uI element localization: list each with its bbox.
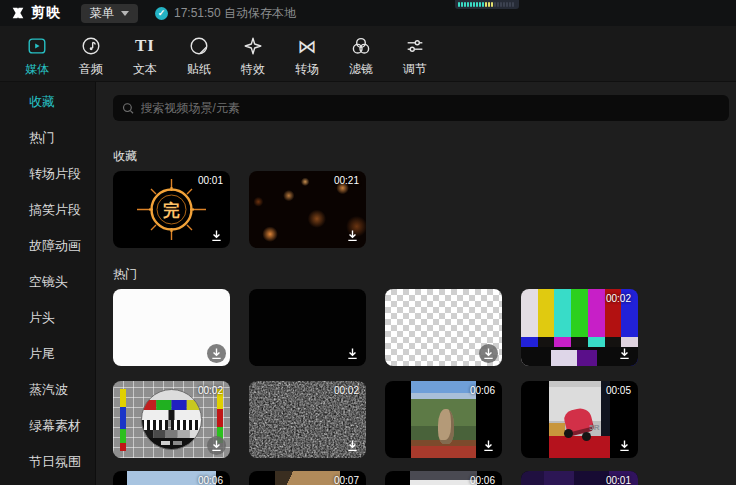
duration-badge: 00:02 [606,293,631,304]
text-icon: TI [135,34,155,58]
meter-bar [473,2,475,7]
tab-media[interactable]: 媒体 [10,26,64,81]
meter-bar [467,2,469,7]
audio-icon [80,34,102,58]
video-thumbnail-bokeh[interactable]: 00:21 [249,171,366,248]
sidebar-item-vaporwave[interactable]: 蒸汽波 [0,372,95,408]
meter-bar [500,2,502,7]
sidebar-item-transition-clips[interactable]: 转场片段 [0,156,95,192]
duration-badge: 00:01 [606,475,631,485]
marmot-figure [438,409,454,444]
tab-audio-label: 音频 [79,61,103,78]
app-title: 剪映 [31,4,61,22]
sidebar-item-festival[interactable]: 节日氛围 [0,444,95,480]
meter-bar [470,2,472,7]
tab-effects-label: 特效 [241,61,265,78]
sidebar-item-empty-shots[interactable]: 空镜头 [0,264,95,300]
app-logo: 剪映 [0,4,61,22]
tab-media-label: 媒体 [25,61,49,78]
adjust-sliders-icon [404,34,426,58]
video-thumbnail-end-sign[interactable]: 完 00:01 [113,171,230,248]
tab-effects[interactable]: 特效 [226,26,280,81]
tab-text-label: 文本 [133,61,157,78]
sidebar-item-funny-clips[interactable]: 搞笑片段 [0,192,95,228]
car-scene-tan-block [549,423,565,437]
download-icon[interactable] [207,436,226,455]
hot-grid-row-3: 00:06 00:07 00:06 00:01 [113,471,638,485]
download-icon[interactable] [207,344,226,363]
meter-bar [479,2,481,7]
meter-bar [506,2,508,7]
tab-sticker[interactable]: 贴纸 [172,26,226,81]
video-thumbnail-toy-car[interactable]: 5R 00:05 [521,381,638,458]
duration-badge: 00:01 [198,175,223,186]
duration-badge: 00:06 [470,475,495,485]
menu-button[interactable]: 菜单 [81,4,138,23]
effects-star-icon [242,34,264,58]
audio-level-meter [455,0,519,9]
color-bars-purple-block [577,350,597,366]
tab-transition[interactable]: ⋈ 转场 [280,26,334,81]
filter-circles-icon [350,34,372,58]
tab-filter[interactable]: 滤镜 [334,26,388,81]
meter-bar [482,2,484,7]
video-thumbnail-white[interactable] [113,289,230,366]
video-thumbnail-color-bars[interactable]: 00:02 [521,289,638,366]
sidebar-item-glitch-animation[interactable]: 故障动画 [0,228,95,264]
download-icon[interactable] [617,346,632,361]
video-thumbnail-marmot[interactable]: 00:06 [385,381,502,458]
video-thumbnail-transparent[interactable] [385,289,502,366]
download-icon[interactable] [209,228,224,243]
sticker-icon [188,34,210,58]
search-icon [122,102,135,115]
search-box[interactable] [113,95,729,121]
duration-badge: 00:07 [334,475,359,485]
tab-text[interactable]: TI 文本 [118,26,172,81]
sidebar-item-outro[interactable]: 片尾 [0,336,95,372]
top-bar: 剪映 菜单 ✓ 17:51:50 自动保存本地 [0,0,736,26]
color-bars-white-block [551,350,577,366]
sidebar-item-green-screen[interactable]: 绿幕素材 [0,408,95,444]
meter-bar [476,2,478,7]
svg-text:完: 完 [163,200,180,220]
duration-badge: 00:06 [470,385,495,396]
meter-bar [491,2,493,7]
video-thumbnail-sky[interactable]: 00:06 [113,471,230,485]
download-icon[interactable] [481,438,496,453]
download-icon[interactable] [345,438,360,453]
car-wheel [582,432,591,441]
tab-filter-label: 滤镜 [349,61,373,78]
tab-transition-label: 转场 [295,61,319,78]
sidebar-item-intro[interactable]: 片头 [0,300,95,336]
transition-bowtie-icon: ⋈ [298,34,317,58]
video-thumbnail-purple[interactable]: 00:01 [521,471,638,485]
section-title-hot: 热门 [113,266,137,283]
meter-bar [503,2,505,7]
meter-bar [509,2,511,7]
duration-badge: 00:02 [334,385,359,396]
meter-bar [494,2,496,7]
video-thumbnail-snow[interactable]: 00:06 [385,471,502,485]
capcut-logo-icon [10,5,26,21]
download-icon[interactable] [479,344,498,363]
tab-audio[interactable]: 音频 [64,26,118,81]
meter-bar [497,2,499,7]
search-input[interactable] [141,101,720,115]
sidebar-item-favorites[interactable]: 收藏 [0,84,95,120]
favorites-grid: 完 00:01 00:21 [113,171,366,248]
sidebar-item-hot[interactable]: 热门 [0,120,95,156]
download-icon[interactable] [345,228,360,243]
video-thumbnail-tan[interactable]: 00:07 [249,471,366,485]
car-wheel [564,429,573,438]
video-thumbnail-black[interactable] [249,289,366,366]
meter-bar [458,2,460,7]
download-icon[interactable] [345,346,360,361]
video-thumbnail-tv-static[interactable]: 00:02 [249,381,366,458]
autosave-status: ✓ 17:51:50 自动保存本地 [155,5,296,22]
download-icon[interactable] [617,438,632,453]
tab-adjust[interactable]: 调节 [388,26,442,81]
tan-scene [275,471,341,485]
hot-grid-row-2: 00:02 00:02 00:06 [113,381,638,458]
meter-bar [512,2,514,7]
video-thumbnail-test-card[interactable]: 00:02 [113,381,230,458]
